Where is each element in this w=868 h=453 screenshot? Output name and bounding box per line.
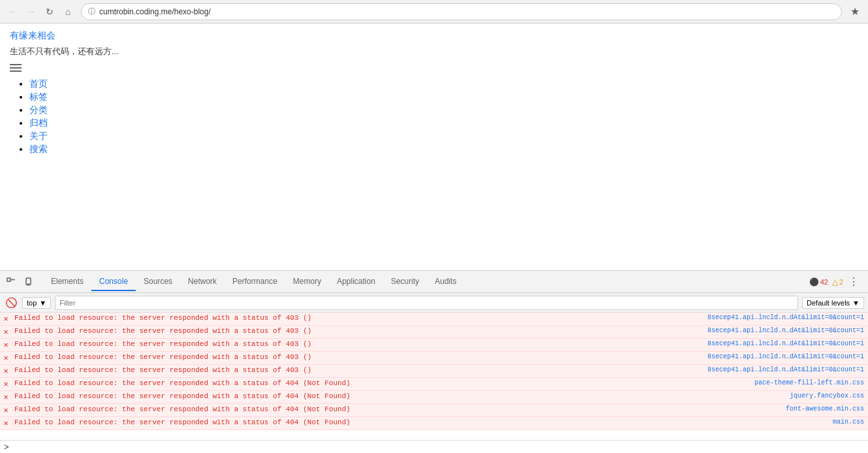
console-error-row: ✕Failed to load resource: the server res… bbox=[0, 417, 868, 430]
tab-performance[interactable]: Performance bbox=[225, 273, 285, 291]
console-message: Failed to load resource: the server resp… bbox=[12, 392, 786, 403]
tab-elements[interactable]: Elements bbox=[43, 273, 91, 291]
back-button[interactable]: ← bbox=[5, 4, 21, 20]
tab-security[interactable]: Security bbox=[383, 273, 427, 291]
browser-chrome: ← → ↻ ⌂ ⓘ cumtrobin.coding.me/hexo-blog/… bbox=[0, 0, 868, 23]
console-message: Failed to load resource: the server resp… bbox=[12, 379, 751, 390]
error-circle-icon: ✕ bbox=[0, 313, 12, 324]
console-error-row: ✕Failed to load resource: the server res… bbox=[0, 326, 868, 339]
list-item: 标签 bbox=[29, 91, 858, 103]
tab-sources[interactable]: Sources bbox=[136, 273, 180, 291]
devtools-panel: Elements Console Sources Network Perform… bbox=[0, 270, 868, 453]
home-button[interactable]: ⌂ bbox=[60, 4, 76, 20]
tab-list: Elements Console Sources Network Perform… bbox=[43, 273, 804, 291]
console-message: Failed to load resource: the server resp… bbox=[12, 339, 704, 351]
tab-memory[interactable]: Memory bbox=[285, 273, 329, 291]
bookmark-button[interactable]: ★ bbox=[847, 4, 863, 20]
error-circle-icon: ✕ bbox=[0, 405, 12, 416]
nav-link-about[interactable]: 关于 bbox=[29, 131, 48, 141]
console-error-row: ✕Failed to load resource: the server res… bbox=[0, 313, 868, 326]
forward-button[interactable]: → bbox=[23, 4, 39, 20]
warning-badge: △ 2 bbox=[832, 277, 843, 287]
list-item: 关于 bbox=[29, 131, 858, 142]
list-item: 搜索 bbox=[29, 144, 858, 155]
error-circle-icon: ⚫ bbox=[809, 277, 819, 287]
console-toolbar: 🚫 top ▼ Default levels ▼ bbox=[0, 293, 868, 313]
source-link[interactable]: 8secep41.api.lncld.n…dAt&limit=0&count=1 bbox=[704, 366, 868, 377]
inspect-element-button[interactable] bbox=[3, 273, 20, 290]
console-output[interactable]: ✕Failed to load resource: the server res… bbox=[0, 313, 868, 440]
nav-link-categories[interactable]: 分类 bbox=[29, 104, 48, 115]
console-message: Failed to load resource: the server resp… bbox=[12, 352, 704, 364]
level-dropdown-icon: ▼ bbox=[852, 299, 860, 307]
nav-link-archive[interactable]: 归档 bbox=[29, 117, 48, 128]
address-bar[interactable]: ⓘ cumtrobin.coding.me/hexo-blog/ bbox=[81, 3, 842, 20]
console-input-row: > bbox=[0, 440, 868, 453]
list-item: 归档 bbox=[29, 117, 858, 129]
console-error-row: ✕Failed to load resource: the server res… bbox=[0, 391, 868, 404]
error-count: 42 bbox=[820, 278, 828, 286]
console-input[interactable] bbox=[13, 443, 864, 451]
source-link[interactable]: 8secep41.api.lncld.n…dAt&limit=0&count=1 bbox=[704, 313, 868, 324]
context-dropdown-icon: ▼ bbox=[39, 299, 46, 307]
page-content: 有缘来相会 生活不只有代码，还有远方... 首页 标签 分类 归档 关于 搜索 bbox=[0, 23, 868, 270]
devtools-tabbar: Elements Console Sources Network Perform… bbox=[0, 271, 868, 293]
source-link[interactable]: 8secep41.api.lncld.n…dAt&limit=0&count=1 bbox=[704, 352, 868, 364]
source-link[interactable]: pace-theme-fill-left.min.css bbox=[751, 379, 868, 390]
site-title[interactable]: 有缘来相会 bbox=[10, 30, 858, 42]
device-toolbar-button[interactable] bbox=[21, 273, 38, 290]
url-text: cumtrobin.coding.me/hexo-blog/ bbox=[99, 7, 211, 16]
console-error-row: ✕Failed to load resource: the server res… bbox=[0, 404, 868, 417]
error-circle-icon: ✕ bbox=[0, 379, 12, 390]
site-subtitle: 生活不只有代码，还有远方... bbox=[10, 46, 858, 57]
tab-network[interactable]: Network bbox=[180, 273, 225, 291]
level-value: Default levels bbox=[807, 299, 850, 307]
error-circle-icon: ✕ bbox=[0, 339, 12, 351]
devtools-status: ⚫ 42 △ 2 ⋮ bbox=[804, 275, 865, 289]
list-item: 分类 bbox=[29, 104, 858, 116]
devtools-menu-button[interactable]: ⋮ bbox=[847, 275, 860, 289]
warning-triangle-icon: △ bbox=[832, 277, 838, 287]
tab-application[interactable]: Application bbox=[329, 273, 383, 291]
clear-console-button[interactable]: 🚫 bbox=[4, 296, 18, 310]
context-selector[interactable]: top ▼ bbox=[22, 297, 51, 309]
console-message: Failed to load resource: the server resp… bbox=[12, 405, 782, 416]
console-message: Failed to load resource: the server resp… bbox=[12, 418, 829, 429]
console-prompt-icon: > bbox=[4, 442, 9, 452]
error-circle-icon: ✕ bbox=[0, 392, 12, 403]
context-value: top bbox=[27, 299, 37, 307]
error-circle-icon: ✕ bbox=[0, 352, 12, 364]
list-item: 首页 bbox=[29, 78, 858, 90]
nav-link-search[interactable]: 搜索 bbox=[29, 144, 48, 154]
level-selector[interactable]: Default levels ▼ bbox=[802, 297, 864, 309]
error-circle-icon: ✕ bbox=[0, 418, 12, 429]
warning-count: 2 bbox=[839, 278, 843, 286]
console-message: Failed to load resource: the server resp… bbox=[12, 313, 704, 324]
console-error-row: ✕Failed to load resource: the server res… bbox=[0, 378, 868, 391]
console-error-row: ✕Failed to load resource: the server res… bbox=[0, 339, 868, 352]
menu-toggle[interactable] bbox=[10, 64, 22, 72]
error-circle-icon: ✕ bbox=[0, 326, 12, 337]
nav-link-tags[interactable]: 标签 bbox=[29, 91, 48, 102]
nav-link-home[interactable]: 首页 bbox=[29, 78, 48, 89]
source-link[interactable]: main.css bbox=[829, 418, 868, 429]
filter-input[interactable] bbox=[55, 296, 798, 310]
devtools-icon-buttons bbox=[3, 273, 38, 290]
info-icon: ⓘ bbox=[88, 7, 95, 16]
reload-button[interactable]: ↻ bbox=[42, 4, 57, 20]
source-link[interactable]: font-awesome.min.css bbox=[782, 405, 868, 416]
source-link[interactable]: 8secep41.api.lncld.n…dAt&limit=0&count=1 bbox=[704, 326, 868, 337]
tab-audits[interactable]: Audits bbox=[427, 273, 464, 291]
console-message: Failed to load resource: the server resp… bbox=[12, 366, 704, 377]
console-error-row: ✕Failed to load resource: the server res… bbox=[0, 365, 868, 378]
error-badge: ⚫ 42 bbox=[809, 277, 828, 287]
tab-console[interactable]: Console bbox=[91, 273, 136, 291]
nav-menu: 首页 标签 分类 归档 关于 搜索 bbox=[10, 78, 858, 155]
console-message: Failed to load resource: the server resp… bbox=[12, 326, 704, 337]
source-link[interactable]: jquery.fancybox.css bbox=[786, 392, 868, 403]
nav-buttons: ← → ↻ ⌂ bbox=[5, 4, 76, 20]
console-error-row: ✕Failed to load resource: the server res… bbox=[0, 352, 868, 365]
error-circle-icon: ✕ bbox=[0, 366, 12, 377]
svg-rect-0 bbox=[7, 278, 10, 281]
source-link[interactable]: 8secep41.api.lncld.n…dAt&limit=0&count=1 bbox=[704, 339, 868, 351]
